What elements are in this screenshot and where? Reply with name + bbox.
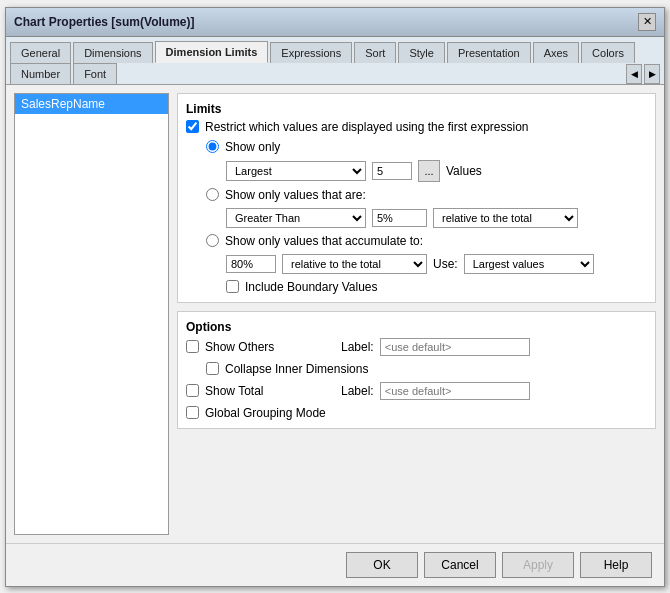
show-only-radio[interactable] [206,140,219,153]
tab-colors[interactable]: Colors [581,42,635,63]
global-grouping-row: Global Grouping Mode [186,406,647,420]
show-only-label: Show only [225,140,280,154]
show-others-label: Show Others [205,340,335,354]
greater-than-select[interactable]: Greater Than Less Than Equal To [226,208,366,228]
main-window: Chart Properties [sum(Volume)] ✕ General… [5,7,665,587]
options-section: Options Show Others Label: Collapse Inne… [177,311,656,429]
accumulate-radio[interactable] [206,234,219,247]
close-button[interactable]: ✕ [638,13,656,31]
tab-scroll-left[interactable]: ◀ [626,64,642,84]
global-grouping-checkbox[interactable] [186,406,199,419]
tab-dimensions[interactable]: Dimensions [73,42,152,63]
accumulate-label: Show only values that accumulate to: [225,234,423,248]
tabs-bar: General Dimensions Dimension Limits Expr… [6,37,664,85]
largest-select[interactable]: Largest Smallest [226,161,366,181]
dimension-list: SalesRepName [14,93,169,535]
show-values-radio[interactable] [206,188,219,201]
tab-font[interactable]: Font [73,63,117,84]
show-others-row: Show Others Label: [186,338,647,356]
show-total-label: Show Total [205,384,335,398]
tab-axes[interactable]: Axes [533,42,579,63]
tab-scroll: ◀ ▶ [626,64,660,84]
collapse-inner-checkbox[interactable] [206,362,219,375]
relative-total-select-1[interactable]: relative to the total relative to the ma… [433,208,578,228]
boundary-label: Include Boundary Values [245,280,378,294]
list-item[interactable]: SalesRepName [15,94,168,114]
window-title: Chart Properties [sum(Volume)] [14,15,194,29]
relative-total-select-2[interactable]: relative to the total relative to the ma… [282,254,427,274]
greater-than-row: Greater Than Less Than Equal To relative… [226,208,647,228]
pct-input[interactable] [372,209,427,227]
total-label-input[interactable] [380,382,530,400]
show-only-row: Show only [206,140,647,154]
accumulate-row: Show only values that accumulate to: [206,234,647,248]
tab-expressions[interactable]: Expressions [270,42,352,63]
tab-style[interactable]: Style [398,42,444,63]
tab-general[interactable]: General [10,42,71,63]
content-area: SalesRepName Limits Restrict which value… [6,85,664,543]
accumulate-value-input[interactable] [226,255,276,273]
right-panel: Limits Restrict which values are display… [177,93,656,535]
restrict-row: Restrict which values are displayed usin… [186,120,647,134]
help-button[interactable]: Help [580,552,652,578]
tab-presentation[interactable]: Presentation [447,42,531,63]
value-count-input[interactable] [372,162,412,180]
show-total-row: Show Total Label: [186,382,647,400]
tab-dimension-limits[interactable]: Dimension Limits [155,41,269,63]
title-bar: Chart Properties [sum(Volume)] ✕ [6,8,664,37]
tab-sort[interactable]: Sort [354,42,396,63]
global-grouping-label: Global Grouping Mode [205,406,326,420]
tab-number[interactable]: Number [10,63,71,84]
others-label-input[interactable] [380,338,530,356]
boundary-checkbox[interactable] [226,280,239,293]
show-values-row: Show only values that are: [206,188,647,202]
accumulate-options-row: relative to the total relative to the ma… [226,254,647,274]
options-label: Options [186,320,647,334]
cancel-button[interactable]: Cancel [424,552,496,578]
largest-row: Largest Smallest ... Values [226,160,647,182]
apply-button[interactable]: Apply [502,552,574,578]
tab-scroll-right[interactable]: ▶ [644,64,660,84]
boundary-row: Include Boundary Values [226,280,647,294]
largest-values-select[interactable]: Largest values Smallest values [464,254,594,274]
limits-label: Limits [186,102,647,116]
show-values-label: Show only values that are: [225,188,366,202]
restrict-label: Restrict which values are displayed usin… [205,120,528,134]
collapse-inner-label: Collapse Inner Dimensions [225,362,368,376]
show-total-checkbox[interactable] [186,384,199,397]
limits-section: Limits Restrict which values are display… [177,93,656,303]
values-label: Values [446,164,482,178]
collapse-row: Collapse Inner Dimensions [206,362,647,376]
use-label: Use: [433,257,458,271]
total-label-label: Label: [341,384,374,398]
restrict-checkbox[interactable] [186,120,199,133]
others-label-label: Label: [341,340,374,354]
ok-button[interactable]: OK [346,552,418,578]
ellipsis-button[interactable]: ... [418,160,440,182]
show-others-checkbox[interactable] [186,340,199,353]
footer: OK Cancel Apply Help [6,543,664,586]
